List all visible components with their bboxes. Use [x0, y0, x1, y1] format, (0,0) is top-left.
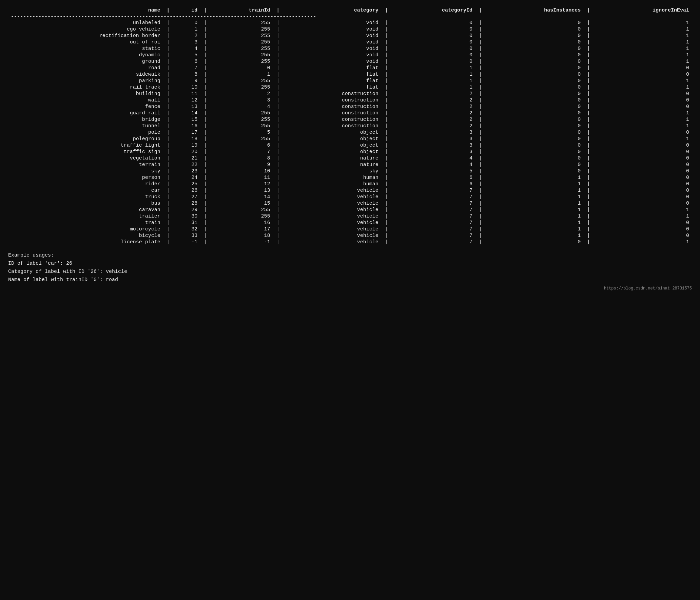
table-row: ego vehicle|1|255|void|0|0|1: [8, 26, 692, 33]
header-sep2: |: [273, 7, 283, 14]
table-row: person|24|11|human|6|1|0: [8, 174, 692, 181]
table-row: parking|9|255|flat|1|0|1: [8, 78, 692, 84]
header-sep5: |: [583, 7, 594, 14]
table-row: polegroup|18|255|object|3|0|1: [8, 136, 692, 142]
table-row: motorcycle|32|17|vehicle|7|1|0: [8, 226, 692, 232]
table-row: static|4|255|void|0|0|1: [8, 45, 692, 52]
table-row: unlabeled|0|255|void|0|0|1: [8, 20, 692, 26]
table-row: car|26|13|vehicle|7|1|0: [8, 187, 692, 194]
table-row: fence|13|4|construction|2|0|0: [8, 104, 692, 110]
footer-url: https://blog.csdn.net/sinat_28731575: [8, 286, 692, 291]
table-row: bus|28|15|vehicle|7|1|0: [8, 200, 692, 207]
header-trainid: trainId: [211, 7, 273, 14]
table-row: terrain|22|9|nature|4|0|0: [8, 162, 692, 168]
table-row: sky|23|10|sky|5|0|0: [8, 168, 692, 174]
header-sep1: |: [200, 7, 210, 14]
table-body: unlabeled|0|255|void|0|0|1ego vehicle|1|…: [8, 20, 692, 245]
table-row: traffic sign|20|7|object|3|0|0: [8, 149, 692, 155]
header-categoryid: categoryId: [391, 7, 475, 14]
table-row: out of roi|3|255|void|0|0|1: [8, 39, 692, 45]
header-name: name: [8, 7, 163, 14]
table-row: tunnel|16|255|construction|2|0|1: [8, 123, 692, 129]
table-row: caravan|29|255|vehicle|7|1|1: [8, 207, 692, 213]
table-row: sidewalk|8|1|flat|1|0|0: [8, 71, 692, 78]
table-row: traffic light|19|6|object|3|0|0: [8, 142, 692, 149]
table-row: truck|27|14|vehicle|7|1|0: [8, 194, 692, 200]
table-container: name | id | trainId | category | categor…: [8, 7, 692, 245]
table-row: license plate|-1|-1|vehicle|7|0|1: [8, 239, 692, 245]
table-row: rectification border|2|255|void|0|0|1: [8, 33, 692, 39]
footer-line4: Name of label with trainID '0': road: [8, 276, 692, 284]
header-hasinstances: hasInstances: [485, 7, 583, 14]
table-row: building|11|2|construction|2|0|0: [8, 91, 692, 97]
table-row: rider|25|12|human|6|1|0: [8, 181, 692, 187]
header-row: name | id | trainId | category | categor…: [8, 7, 692, 14]
header-ignoreineval: ignoreInEval: [594, 7, 692, 14]
table-row: pole|17|5|object|3|0|0: [8, 129, 692, 136]
footer-section: Example usages: ID of label 'car': 26 Ca…: [8, 251, 692, 284]
divider: ----------------------------------------…: [8, 14, 692, 20]
header-category: category: [283, 7, 381, 14]
footer-line2: ID of label 'car': 26: [8, 260, 692, 268]
footer-line1: Example usages:: [8, 251, 692, 260]
table-row: rail track|10|255|flat|1|0|1: [8, 84, 692, 91]
table-row: vegetation|21|8|nature|4|0|0: [8, 155, 692, 162]
table-row: bridge|15|255|construction|2|0|1: [8, 116, 692, 123]
header-id: id: [173, 7, 200, 14]
table-row: train|31|16|vehicle|7|1|0: [8, 220, 692, 226]
header-sep4: |: [475, 7, 485, 14]
table-row: dynamic|5|255|void|0|0|1: [8, 52, 692, 58]
divider-row: ----------------------------------------…: [8, 14, 692, 20]
table-row: ground|6|255|void|0|0|1: [8, 58, 692, 65]
footer-line3: Category of label with ID '26': vehicle: [8, 268, 692, 276]
table-row: guard rail|14|255|construction|2|0|1: [8, 110, 692, 116]
header-sep3: |: [381, 7, 391, 14]
header-sep0: |: [163, 7, 173, 14]
table-row: wall|12|3|construction|2|0|0: [8, 97, 692, 104]
data-table: name | id | trainId | category | categor…: [8, 7, 692, 245]
table-row: trailer|30|255|vehicle|7|1|1: [8, 213, 692, 220]
table-row: bicycle|33|18|vehicle|7|1|0: [8, 232, 692, 239]
table-row: road|7|0|flat|1|0|0: [8, 65, 692, 71]
